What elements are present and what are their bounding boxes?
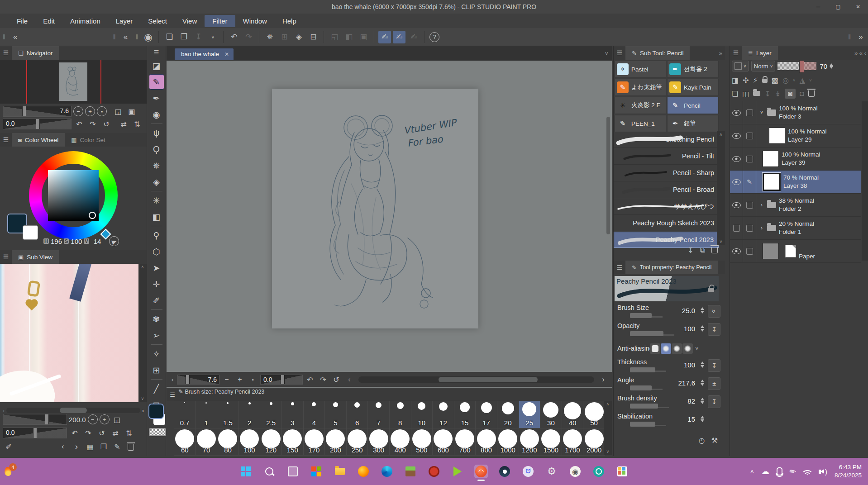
- snap-grid-button[interactable]: ✍: [407, 31, 420, 43]
- brush-size-cell[interactable]: 20: [497, 401, 519, 428]
- brush-size-stepper[interactable]: [701, 307, 704, 314]
- angle-stepper[interactable]: [701, 380, 704, 386]
- brush-size-cell[interactable]: 2: [238, 401, 261, 428]
- reset-rotate-button[interactable]: ↺: [100, 119, 112, 129]
- fit-screen-button[interactable]: ▣: [126, 106, 138, 117]
- select-checkbox[interactable]: [746, 202, 753, 209]
- brush-size-cell[interactable]: 500: [411, 428, 433, 456]
- fit-window-button[interactable]: ◱: [112, 106, 124, 117]
- menu-animation[interactable]: Animation: [62, 15, 108, 27]
- brush-size-cell[interactable]: 6: [346, 401, 368, 428]
- brush-size-cell[interactable]: 17: [475, 401, 497, 428]
- navigator-preview[interactable]: [0, 60, 147, 104]
- discord-button[interactable]: ᗢ: [521, 465, 535, 478]
- hand-tool[interactable]: ψ: [149, 125, 164, 141]
- document-tab[interactable]: bao the whale ✕: [175, 48, 234, 60]
- folder-collapsed-icon[interactable]: ›: [759, 202, 764, 208]
- aa-strong-button[interactable]: [682, 343, 693, 354]
- zoom-out-button[interactable]: −: [73, 106, 83, 116]
- sub-color-swatch[interactable]: [23, 225, 38, 240]
- crop-b-button[interactable]: ◧: [343, 31, 355, 43]
- obs-button[interactable]: [592, 465, 606, 478]
- pencil-tool[interactable]: ✎: [149, 74, 164, 90]
- lock-icon[interactable]: [708, 288, 714, 292]
- brush-size-cell[interactable]: 30: [540, 401, 562, 428]
- brush-size-cell[interactable]: 12: [432, 401, 454, 428]
- select-checkbox[interactable]: [746, 156, 753, 162]
- panel-grip[interactable]: ‖: [848, 33, 851, 41]
- hidden-visibility-checkbox[interactable]: [733, 225, 740, 232]
- visibility-eye-icon[interactable]: [732, 248, 741, 254]
- media-play-button[interactable]: [451, 465, 464, 478]
- panel-grip[interactable]: ‖: [136, 33, 138, 41]
- navigator-rotate-slider[interactable]: 0.0: [3, 119, 72, 129]
- group-pencil-selected[interactable]: ✎ Pencil: [667, 97, 719, 114]
- visibility-eye-icon[interactable]: [732, 202, 741, 208]
- open-file-button[interactable]: ❐: [177, 31, 190, 43]
- crop-c-button[interactable]: ▣: [357, 31, 370, 43]
- save-button[interactable]: ↧: [192, 31, 205, 43]
- volume-icon[interactable]: ): [819, 468, 827, 475]
- draft-layer-icon[interactable]: ⚡: [753, 76, 758, 85]
- opacity-dynamics-button[interactable]: ↧: [708, 323, 720, 336]
- canvas-rotate-right[interactable]: ↷: [317, 374, 329, 385]
- select-checkbox[interactable]: [746, 133, 753, 139]
- stabilization-stepper[interactable]: [701, 416, 704, 422]
- layer-row-paper[interactable]: Paper: [730, 240, 861, 263]
- sub-tool-item[interactable]: Peachy Rough Sketch 2023: [614, 215, 719, 232]
- canvas-reset-view[interactable]: ↺: [330, 374, 342, 385]
- reset-settings-icon[interactable]: ◴: [699, 436, 705, 445]
- aa-dropdown-icon[interactable]: ˅: [695, 345, 699, 352]
- brush-size-cell[interactable]: 8: [389, 401, 411, 428]
- eyedropper-tool[interactable]: ✐: [149, 293, 164, 308]
- group-lineart-2[interactable]: ✒ 선화용 2: [667, 61, 719, 78]
- operate-tool[interactable]: ⬡: [149, 244, 164, 259]
- firefox-button[interactable]: [357, 465, 370, 478]
- brush-size-cell[interactable]: 120: [260, 428, 282, 456]
- layer-menu-icon[interactable]: ☰: [730, 49, 742, 57]
- notes-app-button[interactable]: [615, 465, 629, 478]
- navigator-tab[interactable]: ❏ Navigator: [12, 46, 59, 60]
- import-sub-tool-icon[interactable]: ↧: [687, 246, 693, 255]
- sub-view-zoom-in[interactable]: +: [100, 414, 110, 424]
- canvas-zoom-100[interactable]: ▪: [247, 374, 259, 385]
- new-raster-layer-icon[interactable]: ❏: [732, 90, 738, 98]
- brush-size-cell[interactable]: 70: [196, 428, 218, 456]
- sub-tool-menu-icon[interactable]: ☰: [614, 49, 625, 57]
- sub-view-zoom-slider[interactable]: [3, 414, 67, 425]
- canvas-scroll-left-icon[interactable]: ‹: [343, 374, 355, 385]
- snap-special-ruler-button[interactable]: ✍: [393, 31, 405, 43]
- visibility-eye-icon[interactable]: [732, 110, 741, 116]
- menu-select[interactable]: Select: [140, 15, 175, 27]
- steam-button[interactable]: [498, 465, 511, 478]
- collapse-left-icon[interactable]: «: [9, 31, 22, 43]
- brush-density-stepper[interactable]: [701, 398, 704, 404]
- enable-mask-icon[interactable]: ◎: [782, 76, 789, 85]
- navigator-menu-icon[interactable]: ☰: [0, 49, 12, 57]
- help-button[interactable]: ?: [429, 32, 439, 42]
- sub-view-reset-rotate[interactable]: ↺: [96, 428, 108, 438]
- brush-size-scrollbar[interactable]: ˄˅: [604, 401, 612, 455]
- sv-marker[interactable]: [89, 212, 96, 219]
- minimize-button[interactable]: ─: [808, 0, 828, 14]
- color-history-button[interactable]: ▶: [108, 235, 120, 247]
- brush-size-cell[interactable]: 80: [217, 428, 239, 456]
- delete-layer-icon[interactable]: [808, 89, 815, 99]
- layer-palette-color-dropdown[interactable]: ˅: [732, 61, 749, 71]
- sub-view-eyedropper-icon[interactable]: ✐: [3, 441, 14, 452]
- liquify-tool[interactable]: ⊞: [149, 362, 164, 378]
- sub-tool-item[interactable]: ササえんぴつ: [614, 198, 719, 215]
- aa-middle-button[interactable]: [672, 343, 682, 354]
- brush-size-cell[interactable]: 1000: [497, 428, 519, 456]
- wifi-icon[interactable]: [803, 469, 811, 475]
- sub-tool-tab[interactable]: ✎ Sub Tool: Pencil: [625, 46, 690, 60]
- select-checkbox[interactable]: [746, 109, 753, 116]
- gradient-tool[interactable]: ◧: [149, 209, 164, 224]
- settings-button[interactable]: ⚙: [545, 465, 558, 478]
- flip-horizontal-button[interactable]: ⇄: [118, 119, 129, 129]
- rotate-right-button[interactable]: ↷: [87, 119, 99, 129]
- sub-view-rotate-right[interactable]: ↷: [82, 428, 94, 438]
- aa-none-button[interactable]: [650, 343, 660, 354]
- maximize-button[interactable]: ▢: [828, 0, 848, 14]
- brush-size-cell[interactable]: 1200: [519, 428, 541, 456]
